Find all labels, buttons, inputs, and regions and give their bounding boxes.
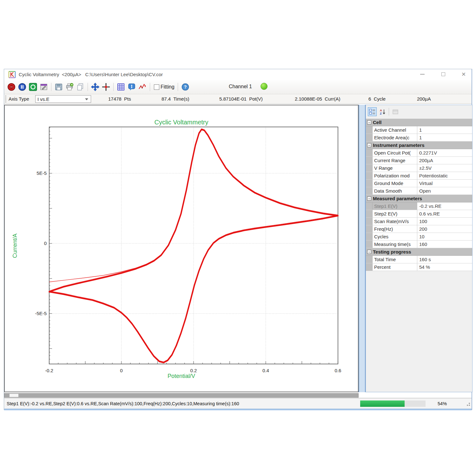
fitting-label: Fitting (161, 84, 175, 90)
stat-range: 200µA (417, 96, 431, 102)
prop-row-cycles[interactable]: Cycles 10 (366, 233, 472, 241)
app-window: Cyclic Voltammetry <200µA> C:\Users\Hunt… (4, 69, 472, 410)
stat-cycle: 6 Cycle (368, 96, 386, 102)
pause-button[interactable] (17, 82, 27, 92)
stop-record-button[interactable] (6, 82, 17, 92)
print-button[interactable] (64, 82, 75, 92)
svg-text:0: 0 (120, 368, 122, 373)
category-measured-parameters[interactable]: − Measured parameters (366, 195, 472, 202)
grid-icon (117, 83, 125, 91)
prop-row-open-circuit[interactable]: Open Circuit Pot( 0.2271V (366, 149, 472, 157)
chevron-down-icon (85, 98, 88, 100)
panel-splitter[interactable] (359, 105, 366, 392)
prop-row-data-smooth[interactable]: Data Smooth Open (366, 187, 472, 195)
run-button[interactable] (28, 82, 38, 92)
property-pages-button[interactable] (391, 107, 400, 116)
app-logo-icon (9, 71, 16, 78)
property-panel-toolbar: A Z (366, 105, 472, 118)
prop-row-scan-rate[interactable]: Scan Rate(mV/s 100 (366, 218, 472, 225)
svg-text:5E-5: 5E-5 (36, 170, 47, 176)
collapse-icon[interactable]: − (367, 120, 371, 124)
prop-row-total-time[interactable]: Total Time 160 s (366, 256, 472, 263)
save-button[interactable] (54, 82, 64, 92)
setup-button[interactable] (39, 82, 49, 92)
toolbar-grip[interactable] (5, 96, 6, 102)
progress-fill (360, 400, 405, 407)
prop-row-step1-e[interactable]: Step1 E(V) -0.2 vs.RE (366, 202, 472, 210)
prop-row-electrode-area[interactable]: Electrode Area(c 1 (366, 134, 472, 142)
svg-text:0.2: 0.2 (190, 368, 197, 373)
svg-text:0: 0 (44, 241, 47, 246)
curve-points-icon (138, 83, 147, 91)
help-button[interactable]: ? (180, 82, 190, 92)
category-testing-progress[interactable]: − Testing progress (366, 248, 472, 256)
run-icon (29, 83, 37, 91)
category-instrument-parameters[interactable]: − Instrument parameters (366, 142, 472, 149)
main-toolbar: Fitting ? Channel 1 (4, 80, 472, 94)
collapse-icon[interactable]: − (367, 143, 371, 147)
stat-points: 17478 Pts (108, 96, 131, 102)
svg-text:0.4: 0.4 (262, 368, 269, 373)
print-icon (65, 83, 74, 91)
property-pages-icon (392, 108, 399, 115)
setup-icon (40, 83, 48, 91)
svg-text:Z: Z (380, 112, 382, 115)
axis-type-label: Axis Type (9, 96, 29, 102)
horizontal-scrollbar[interactable] (4, 393, 359, 398)
svg-text:0.6: 0.6 (335, 368, 341, 373)
categorized-view-button[interactable] (368, 107, 377, 116)
stat-potential: 5.87104E-01 Pot(V) (219, 96, 263, 102)
help-icon: ? (181, 83, 189, 91)
resize-grip-icon[interactable] (466, 401, 470, 406)
pan-move-icon (91, 83, 100, 91)
channel-status-led (261, 83, 268, 90)
info-button[interactable] (127, 82, 137, 92)
channel-label: Channel 1 (229, 84, 252, 89)
svg-text:?: ? (184, 84, 187, 89)
crosshair-button[interactable] (101, 82, 111, 92)
prop-row-percent[interactable]: Percent 54 % (366, 263, 472, 271)
property-panel: A Z − Cell Active Channel (366, 105, 473, 392)
cv-plot[interactable]: -0.200.20.40.65E-50-5E-5 (5, 105, 358, 392)
copy-icon (76, 83, 84, 91)
pause-icon (18, 83, 26, 91)
stat-time: 87.4 Time(s) (162, 96, 189, 102)
pan-button[interactable] (90, 82, 100, 92)
scrollbar-thumb[interactable] (10, 394, 18, 397)
fitting-checkbox[interactable] (154, 84, 159, 90)
title-bar[interactable]: Cyclic Voltammetry <200µA> C:\Users\Hunt… (4, 69, 472, 80)
curve-points-button[interactable] (137, 82, 148, 92)
collapse-icon[interactable]: − (367, 196, 371, 201)
window-bottom-edge (4, 409, 472, 410)
maximize-button[interactable] (436, 69, 451, 79)
category-cell[interactable]: − Cell (366, 119, 472, 126)
prop-row-measuring-time[interactable]: Measuring time(s 160 (366, 241, 472, 248)
copy-button[interactable] (75, 82, 85, 92)
minimize-button[interactable] (415, 69, 430, 79)
close-button[interactable]: ✕ (456, 69, 471, 79)
crosshair-icon (102, 83, 110, 91)
categorized-icon (369, 108, 376, 115)
prop-row-ground-mode[interactable]: Ground Mode Virtual (366, 180, 472, 187)
prop-row-step2-e[interactable]: Step2 E(V) 0.6 vs.RE (366, 210, 472, 218)
property-grid: − Cell Active Channel 1 Electrode Area(c… (366, 119, 472, 271)
stat-current: 2.10088E-05 Curr(A) (295, 96, 340, 102)
window-title: Cyclic Voltammetry <200µA> C:\Users\Hunt… (19, 72, 163, 77)
prop-row-polarization-mode[interactable]: Polarization mod Potentiostatic (366, 172, 472, 180)
svg-text:-5E-5: -5E-5 (35, 311, 47, 316)
stop-record-icon (7, 83, 16, 91)
status-bar: Step1 E(V):-0.2 vs.RE,Step2 E(V):0.6 vs.… (4, 398, 472, 409)
info-bubble-icon (128, 83, 136, 91)
sort-az-icon: A Z (379, 108, 386, 115)
prop-row-active-channel[interactable]: Active Channel 1 (366, 126, 472, 134)
progress-percent: 54% (438, 401, 447, 406)
axis-type-combobox[interactable]: I vs.E (35, 95, 91, 103)
collapse-icon[interactable]: − (367, 250, 371, 254)
prop-row-current-range[interactable]: Current Range 200µA (366, 157, 472, 164)
grid-view-button[interactable] (116, 82, 126, 92)
sort-az-button[interactable]: A Z (378, 107, 387, 116)
prop-row-freq[interactable]: Freq(Hz) 200 (366, 225, 472, 233)
axis-type-bar: Axis Type I vs.E 17478 Pts 87.4 Time(s) … (4, 94, 472, 104)
chart-area: Cyclic Voltammetry Current/A Potential/V… (4, 105, 359, 392)
prop-row-v-range[interactable]: V Range ±2.5V (366, 164, 472, 172)
